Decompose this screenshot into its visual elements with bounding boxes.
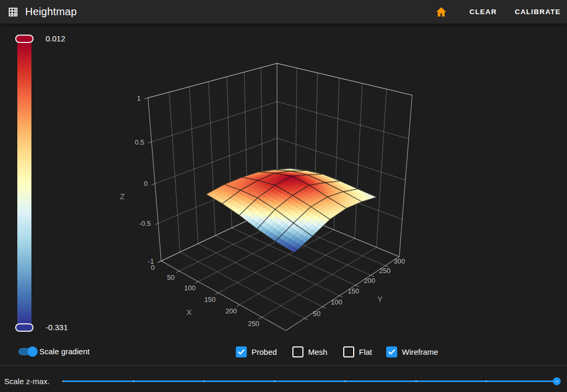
svg-text:50: 50	[167, 274, 175, 281]
slider-tick	[345, 380, 346, 382]
svg-text:300: 300	[394, 257, 405, 265]
checkbox-checked-icon[interactable]	[386, 346, 397, 357]
slider-tick	[416, 380, 417, 382]
gradient-max-label: 0.012	[46, 35, 66, 43]
slider-tick	[274, 380, 275, 382]
svg-text:0.5: 0.5	[135, 138, 144, 146]
scale-gradient-label: Scale gradient	[39, 347, 90, 356]
gradient-min-label: -0.331	[46, 323, 68, 332]
slider-tick	[486, 380, 487, 382]
page-title: Heightmap	[25, 6, 77, 18]
home-icon[interactable]	[435, 6, 448, 18]
checkbox-unchecked-icon[interactable]	[343, 346, 354, 357]
zmax-slider-track[interactable]	[63, 380, 557, 382]
app-header: Heightmap CLEAR CALIBRATE	[0, 0, 567, 24]
gradient-max-handle[interactable]	[15, 35, 34, 43]
svg-text:-0.5: -0.5	[139, 220, 150, 227]
gradient-min-handle[interactable]	[15, 323, 34, 332]
svg-text:-1: -1	[148, 257, 154, 265]
checkbox-label: Probed	[252, 347, 277, 356]
svg-text:Z: Z	[120, 192, 125, 201]
zmax-slider-label: Scale z-max.	[4, 377, 50, 386]
svg-text:150: 150	[348, 287, 359, 295]
checkbox-label: Wireframe	[402, 347, 438, 356]
heightmap-screen: 0501001502002505010015020025030010.50-0.…	[0, 0, 567, 392]
clear-button[interactable]: CLEAR	[464, 4, 503, 20]
checkbox-unchecked-icon[interactable]	[292, 346, 303, 357]
svg-text:1: 1	[137, 94, 140, 102]
svg-text:200: 200	[364, 277, 375, 285]
zmax-slider[interactable]	[63, 375, 557, 387]
svg-text:250: 250	[248, 320, 259, 328]
svg-text:150: 150	[204, 296, 216, 303]
checkbox-wireframe[interactable]: Wireframe	[386, 346, 438, 357]
svg-text:100: 100	[331, 298, 342, 306]
checkbox-label: Flat	[359, 347, 372, 356]
checkbox-mesh[interactable]: Mesh	[292, 346, 328, 357]
svg-text:100: 100	[184, 284, 196, 292]
svg-text:Y: Y	[377, 295, 383, 303]
grid-icon	[7, 6, 19, 18]
svg-text:200: 200	[225, 307, 237, 315]
checkbox-flat[interactable]: Flat	[343, 346, 372, 357]
slider-tick	[62, 380, 63, 382]
svg-text:X: X	[187, 308, 192, 317]
heightmap-3d-chart[interactable]: 0501001502002505010015020025030010.50-0.…	[0, 0, 567, 392]
slider-tick	[203, 380, 204, 382]
svg-text:250: 250	[379, 267, 391, 275]
checkbox-probed[interactable]: Probed	[236, 346, 277, 357]
toggle-thumb	[27, 346, 38, 357]
slider-tick	[557, 380, 558, 382]
checkbox-checked-icon[interactable]	[236, 346, 247, 357]
svg-text:0: 0	[144, 180, 147, 188]
checkbox-label: Mesh	[308, 347, 328, 356]
gradient-scale-bar	[17, 43, 31, 323]
svg-text:50: 50	[313, 310, 320, 318]
calibrate-button[interactable]: CALIBRATE	[509, 4, 566, 20]
slider-tick	[133, 380, 134, 382]
scale-gradient-toggle[interactable]	[18, 348, 36, 355]
footer-divider	[0, 365, 567, 366]
